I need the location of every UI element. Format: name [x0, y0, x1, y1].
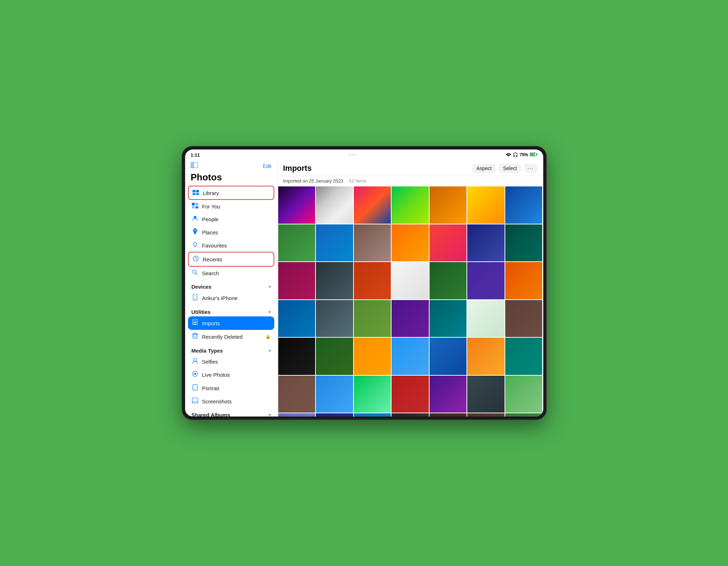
photo-cell[interactable] [505, 224, 543, 262]
photo-cell[interactable] [392, 186, 429, 224]
selfies-label: Selfies [202, 359, 218, 365]
photo-cell[interactable] [467, 224, 505, 262]
photo-cell[interactable] [316, 262, 353, 299]
ankur-iphone-label: Ankur's iPhone [202, 295, 238, 301]
edit-button[interactable]: Edit [263, 163, 271, 169]
photo-cell[interactable] [316, 413, 353, 417]
screenshots-icon [192, 398, 199, 405]
photo-cell[interactable] [278, 338, 316, 375]
live-photos-icon [192, 371, 199, 379]
photo-cell[interactable] [467, 376, 505, 413]
photo-cell[interactable] [354, 224, 391, 262]
photo-cell[interactable] [278, 262, 316, 299]
photo-cell[interactable] [278, 376, 316, 413]
photo-cell[interactable] [505, 413, 543, 417]
content-title: Imports [283, 164, 312, 173]
photo-cell[interactable] [467, 413, 505, 417]
portrait-icon [192, 384, 199, 392]
sidebar-item-recently-deleted[interactable]: Recently Deleted 🔒 [188, 330, 274, 343]
sidebar-item-live-photos[interactable]: Live Photos [188, 368, 274, 381]
headphone-icon: 🎧 [513, 152, 518, 157]
photo-cell[interactable] [430, 300, 467, 337]
photo-cell[interactable] [392, 376, 429, 413]
photo-cell[interactable] [392, 300, 429, 337]
photo-cell[interactable] [505, 300, 543, 337]
photo-cell[interactable] [316, 300, 353, 337]
photo-cell[interactable] [278, 300, 316, 337]
sidebar-item-for-you[interactable]: For You [188, 200, 274, 213]
photo-cell[interactable] [467, 262, 505, 299]
shared-albums-title: Shared Albums [192, 412, 230, 417]
sidebar-item-screenshots[interactable]: Screenshots [188, 395, 274, 408]
sidebar-item-places[interactable]: Places [188, 225, 274, 239]
section-devices: Devices ▾ [188, 279, 274, 291]
photo-cell[interactable] [467, 186, 505, 224]
photo-cell[interactable] [278, 186, 316, 224]
devices-chevron[interactable]: ▾ [269, 284, 271, 289]
imports-label: Imports [202, 320, 220, 326]
photo-cell[interactable] [505, 186, 543, 224]
sidebar-item-people[interactable]: People [188, 213, 274, 225]
photo-cell[interactable] [354, 413, 391, 417]
photo-cell[interactable] [467, 300, 505, 337]
photo-cell[interactable] [392, 224, 429, 262]
search-icon [192, 270, 199, 277]
people-label: People [202, 216, 219, 222]
photo-cell[interactable] [505, 262, 543, 299]
aspect-button[interactable]: Aspect [472, 164, 496, 173]
svg-rect-9 [196, 193, 199, 195]
three-dots-menu: ··· [349, 152, 357, 158]
photo-cell[interactable] [354, 186, 391, 224]
sidebar-item-imports[interactable]: Imports [188, 316, 274, 330]
photo-cell[interactable] [392, 262, 429, 299]
photo-grid [278, 186, 543, 417]
photo-cell[interactable] [430, 262, 467, 299]
photo-cell[interactable] [354, 338, 391, 375]
select-button[interactable]: Select [499, 164, 521, 173]
section-shared-albums: Shared Albums ▾ [188, 408, 274, 417]
battery-text: 75% [519, 152, 528, 157]
shared-albums-chevron[interactable]: ▾ [269, 413, 271, 417]
sidebar: Edit Photos Library [185, 159, 277, 417]
photo-cell[interactable] [505, 376, 543, 413]
photo-cell[interactable] [278, 413, 316, 417]
photo-cell[interactable] [354, 376, 391, 413]
photo-cell[interactable] [354, 300, 391, 337]
photo-cell[interactable] [316, 186, 353, 224]
media-types-chevron[interactable]: ▾ [269, 348, 271, 353]
sidebar-toggle-icon[interactable] [191, 162, 198, 170]
photo-cell[interactable] [430, 224, 467, 262]
iphone-icon [192, 294, 199, 302]
places-label: Places [202, 229, 218, 235]
photo-cell[interactable] [430, 413, 467, 417]
svg-rect-10 [192, 203, 195, 206]
foryou-icon [192, 203, 199, 210]
sidebar-item-ankur-iphone[interactable]: Ankur's iPhone [188, 291, 274, 305]
sidebar-item-search[interactable]: Search [188, 267, 274, 279]
photo-cell[interactable] [316, 338, 353, 375]
sidebar-item-selfies[interactable]: Selfies [188, 355, 274, 368]
svg-point-14 [194, 216, 196, 218]
svg-rect-3 [191, 162, 193, 168]
photo-grid-container[interactable] [277, 186, 543, 417]
photo-cell[interactable] [430, 186, 467, 224]
sidebar-item-recents[interactable]: Recents [188, 252, 274, 267]
sidebar-item-portrait[interactable]: Portrait [188, 381, 274, 395]
photo-cell[interactable] [430, 338, 467, 375]
photo-cell[interactable] [392, 413, 429, 417]
utilities-chevron[interactable]: ▾ [269, 310, 271, 315]
devices-title: Devices [192, 284, 212, 290]
app-layout: Edit Photos Library [185, 159, 543, 417]
photo-cell[interactable] [467, 338, 505, 375]
sidebar-item-favourites[interactable]: Favourites [188, 239, 274, 252]
photo-cell[interactable] [392, 338, 429, 375]
sidebar-item-library[interactable]: Library [188, 186, 274, 200]
photo-cell[interactable] [354, 262, 391, 299]
section-utilities: Utilities ▾ [188, 305, 274, 316]
more-button[interactable]: ··· [524, 164, 538, 173]
photo-cell[interactable] [316, 224, 353, 262]
photo-cell[interactable] [316, 376, 353, 413]
photo-cell[interactable] [278, 224, 316, 262]
photo-cell[interactable] [505, 338, 543, 375]
photo-cell[interactable] [430, 376, 467, 413]
